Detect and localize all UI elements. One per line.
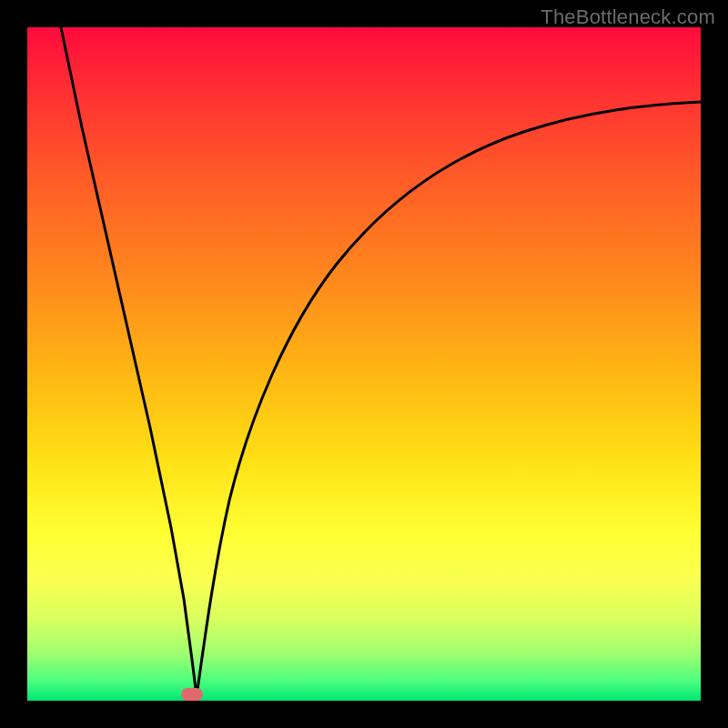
curve-left-branch bbox=[61, 27, 197, 696]
plot-area bbox=[27, 27, 701, 701]
optimal-marker bbox=[181, 688, 203, 701]
curve-right-branch bbox=[197, 102, 701, 696]
chart-frame: TheBottleneck.com bbox=[0, 0, 728, 728]
watermark-text: TheBottleneck.com bbox=[541, 5, 715, 29]
bottleneck-curve bbox=[27, 27, 701, 701]
